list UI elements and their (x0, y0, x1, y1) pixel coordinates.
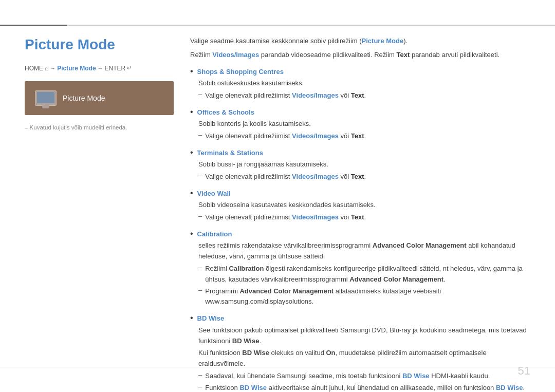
intro-line2: Režiim Videos/Images parandab videoseadm… (190, 50, 530, 61)
item-body: Sobib bussi- ja rongijaaamas kasutamisek… (198, 159, 530, 170)
list-item: • Offices & Schools Sobib kontoris ja ko… (190, 107, 530, 142)
list-item: • Video Wall Sobib videoseina kasutavate… (190, 189, 530, 223)
monitor-icon (35, 90, 57, 106)
sub-text: Programmi Advanced Color Management alla… (205, 286, 530, 308)
left-column: Picture Mode HOME ⌂ → Picture Mode → ENT… (25, 36, 174, 130)
picture-mode-box-label: Picture Mode (63, 94, 105, 102)
item-body: selles režiimis rakendatakse värvikalibr… (198, 240, 530, 262)
content-list: • Shops & Shopping Centres Sobib ostukes… (190, 67, 530, 392)
bullet-icon: • (190, 107, 193, 117)
item-heading: Shops & Shopping Centres (197, 67, 284, 77)
list-item: • Shops & Shopping Centres Sobib ostukes… (190, 67, 530, 101)
intro-line1: Valige seadme kasutamise keskkonnale sob… (190, 36, 530, 47)
sub-text: Funktsioon BD Wise aktiveeritakse ainult… (205, 383, 525, 392)
dash-icon: – (198, 264, 202, 271)
item-heading: Video Wall (197, 189, 231, 199)
bullet-icon: • (190, 147, 193, 157)
item-heading: BD Wise (197, 313, 225, 324)
list-item: • Terminals & Stations Sobib bussi- ja r… (190, 148, 530, 182)
dash-icon: – (198, 212, 202, 220)
bullet-row: • Shops & Shopping Centres (190, 67, 530, 77)
sub-text: Valige olenevalt pildirežiimist Videos/I… (205, 131, 366, 142)
dash-icon: – (198, 90, 202, 98)
item-heading: Calibration (197, 229, 232, 239)
sub-item: – Valige olenevalt pildirežiimist Videos… (198, 212, 530, 223)
footnote: Kuvatud kujutis võib mudeliti erineda. (25, 124, 174, 130)
home-icon: ⌂ (45, 65, 48, 72)
home-label: HOME (25, 65, 43, 72)
bullet-row: • Video Wall (190, 189, 530, 199)
bullet-row: • Offices & Schools (190, 107, 530, 118)
monitor-screen (37, 92, 54, 103)
sub-text: Valige olenevalt pildirežiimist Videos/I… (205, 212, 366, 223)
item-heading: Terminals & Stations (197, 148, 263, 158)
enter-label: ENTER (105, 65, 126, 72)
sub-item: – Funktsioon BD Wise aktiveeritakse ainu… (198, 383, 530, 392)
arrow2: → (98, 65, 103, 71)
item-body: Sobib videoseina kasutavates keskkondade… (198, 200, 530, 211)
sub-item: – Valige olenevalt pildirežiimist Videos… (198, 131, 530, 142)
bullet-icon: • (190, 188, 193, 198)
picture-mode-box: Picture Mode (25, 81, 174, 115)
enter-icon: ↵ (127, 65, 132, 71)
dash-icon: – (198, 286, 202, 294)
sub-text: Saadaval, kui ühendate Samsungi seadme, … (205, 371, 490, 382)
sub-item: – Valige olenevalt pildirežiimist Videos… (198, 90, 530, 101)
top-border-line (0, 25, 555, 26)
picture-mode-link: Picture Mode (57, 65, 96, 72)
arrow1: → (50, 65, 55, 71)
sub-item: – Valige olenevalt pildirežiimist Videos… (198, 172, 530, 182)
dash-icon: – (198, 383, 202, 390)
list-item: • BD Wise See funktsioon pakub optimaals… (190, 313, 530, 392)
bullet-icon: • (190, 313, 193, 323)
item-heading: Offices & Schools (197, 107, 254, 118)
bottom-border (0, 367, 555, 367)
sub-text: Valige olenevalt pildirežiimist Videos/I… (205, 90, 366, 101)
bullet-row: • Terminals & Stations (190, 148, 530, 158)
breadcrumb: HOME ⌂ → Picture Mode → ENTER ↵ (25, 65, 174, 72)
bullet-row: • BD Wise (190, 313, 530, 324)
page-number: 51 (518, 364, 530, 378)
dash-icon: – (198, 371, 202, 379)
dash-icon: – (198, 172, 202, 179)
bullet-icon: • (190, 229, 193, 238)
bullet-icon: • (190, 66, 193, 76)
sub-item: – Režiimi Calibration õigesti rakendamis… (198, 264, 530, 285)
item-body: Kui funktsioon BD Wise olekuks on valitu… (198, 348, 530, 369)
top-border-accent (0, 25, 67, 26)
bullet-row: • Calibration (190, 229, 530, 239)
page-title: Picture Mode (25, 36, 174, 53)
sub-item: – Saadaval, kui ühendate Samsungi seadme… (198, 371, 530, 382)
item-body: Sobib ostukeskustes kasutamiseks. (198, 78, 530, 89)
sub-text: Valige olenevalt pildirežiimist Videos/I… (205, 172, 366, 182)
sub-text: Režiimi Calibration õigesti rakendamisek… (205, 264, 530, 285)
list-item: • Calibration selles režiimis rakendatak… (190, 229, 530, 307)
item-body: Sobib kontoris ja koolis kasutamiseks. (198, 119, 530, 129)
sub-item: – Programmi Advanced Color Management al… (198, 286, 530, 308)
right-column: Valige seadme kasutamise keskkonnale sob… (190, 36, 530, 392)
item-body: See funktsioon pakub optimaalset pildikv… (198, 325, 530, 347)
dash-icon: – (198, 131, 202, 139)
